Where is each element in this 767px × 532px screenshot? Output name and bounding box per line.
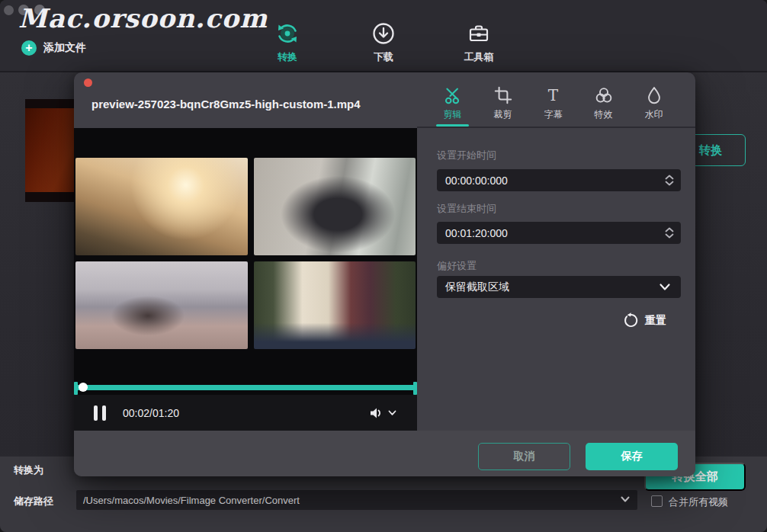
- tab-crop-label: 裁剪: [494, 108, 512, 121]
- subtitle-t-icon: T: [548, 86, 558, 104]
- tab-crop[interactable]: 裁剪: [481, 82, 525, 124]
- nav-toolbox-label: 工具箱: [464, 50, 494, 64]
- preference-label: 偏好设置: [437, 259, 477, 273]
- add-file-label: 添加文件: [43, 41, 86, 55]
- dialog-close-button[interactable]: [84, 79, 92, 87]
- traffic-light-close[interactable]: [4, 5, 14, 15]
- tab-watermark-label: 水印: [645, 108, 663, 121]
- pause-button[interactable]: [94, 405, 106, 421]
- nav-item-download[interactable]: 下载: [349, 21, 418, 64]
- toolbox-icon: [467, 21, 491, 46]
- tabs-divider: [417, 127, 695, 128]
- tab-subtitle-label: 字幕: [544, 108, 563, 121]
- merge-videos-checkbox[interactable]: [651, 495, 663, 507]
- trim-handle-end[interactable]: [413, 382, 417, 395]
- video-player: 00:02/01:20: [74, 128, 417, 431]
- preview-photo-couple: [254, 261, 416, 349]
- site-watermark-logo: Mac.orsoon.com: [18, 3, 268, 34]
- end-time-label: 设置结束时间: [437, 202, 496, 216]
- trim-timeline[interactable]: [74, 382, 417, 395]
- nav-item-toolbox[interactable]: 工具箱: [444, 21, 513, 64]
- timeline-track[interactable]: [74, 385, 417, 390]
- playhead[interactable]: [79, 383, 88, 392]
- dialog-footer: 取消 保存: [74, 431, 695, 476]
- volume-control[interactable]: [369, 406, 397, 420]
- tab-clip-label: 剪辑: [444, 108, 462, 121]
- preference-dropdown[interactable]: 保留截取区域: [437, 276, 681, 298]
- player-time: 00:02/01:20: [123, 407, 179, 419]
- tab-subtitle[interactable]: T 字幕: [531, 82, 575, 124]
- watermark-drop-icon: [645, 86, 663, 104]
- save-path-input[interactable]: [76, 490, 637, 510]
- trim-handle-start[interactable]: [74, 382, 78, 395]
- plus-icon: +: [21, 40, 37, 56]
- merge-videos-label: 合并所有视频: [669, 495, 728, 509]
- nav-convert-label: 转换: [278, 50, 297, 64]
- reset-icon: [623, 312, 639, 328]
- tab-effects[interactable]: 特效: [582, 82, 625, 124]
- dialog-filename: preview-257023-bqnCr8Gmz5-high-custom-1.…: [91, 98, 361, 111]
- download-icon: [371, 21, 396, 46]
- player-controls: 00:02/01:20: [74, 395, 417, 431]
- app-window: Mac.orsoon.com + 添加文件 转换: [0, 0, 767, 532]
- tab-clip[interactable]: 剪辑: [431, 82, 474, 124]
- add-file-button[interactable]: + 添加文件: [21, 40, 86, 56]
- tab-watermark[interactable]: 水印: [632, 82, 676, 124]
- start-time-stepper[interactable]: [663, 169, 676, 191]
- cancel-button[interactable]: 取消: [478, 443, 570, 470]
- crop-icon: [494, 86, 512, 104]
- video-preview-frame[interactable]: [75, 158, 416, 349]
- convert-sync-icon: [275, 21, 300, 46]
- speaker-icon: [369, 406, 384, 420]
- path-chevron-down-icon[interactable]: [619, 493, 631, 505]
- save-path-label: 储存路径: [14, 495, 53, 508]
- dropdown-chevron-down-icon[interactable]: [658, 281, 672, 293]
- start-time-input[interactable]: [437, 169, 681, 191]
- convert-to-label: 转换为: [14, 463, 43, 477]
- preview-photo-wedding: [75, 158, 248, 255]
- video-thumbnail[interactable]: [25, 99, 74, 202]
- end-time-stepper[interactable]: [663, 222, 676, 244]
- top-toolbar: Mac.orsoon.com + 添加文件 转换: [0, 0, 767, 72]
- scissors-icon: [444, 86, 462, 104]
- edit-dialog: preview-257023-bqnCr8Gmz5-high-custom-1.…: [74, 72, 695, 476]
- effects-circles-icon: [595, 86, 613, 104]
- nav-item-convert[interactable]: 转换: [253, 21, 322, 64]
- tab-effects-label: 特效: [595, 108, 613, 121]
- start-time-label: 设置开始时间: [437, 149, 496, 162]
- preview-photo-window: [254, 158, 416, 255]
- nav-download-label: 下载: [374, 50, 393, 64]
- preview-photo-beach: [75, 261, 248, 349]
- volume-chevron-down-icon: [387, 408, 397, 418]
- edit-tabs: 剪辑 裁剪 T 字幕: [431, 82, 676, 124]
- video-thumbnail-frame: [25, 108, 74, 192]
- save-button[interactable]: 保存: [586, 443, 678, 470]
- reset-button[interactable]: 重置: [623, 312, 666, 328]
- reset-label: 重置: [645, 314, 666, 328]
- end-time-input[interactable]: [437, 222, 681, 244]
